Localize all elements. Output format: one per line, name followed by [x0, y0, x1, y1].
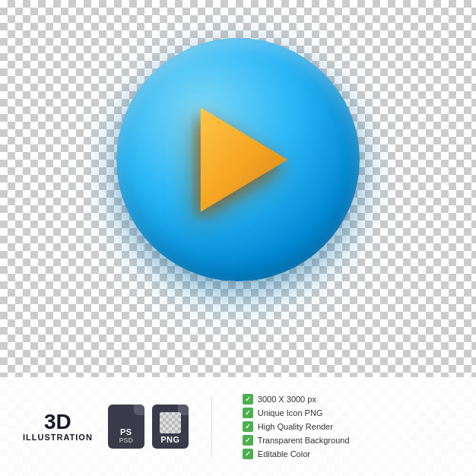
illustration-area [94, 15, 382, 304]
png-ext-label: PNG [160, 435, 179, 444]
features-list: 3000 X 3000 px Unique Icon PNG High Qual… [243, 394, 350, 459]
psd-ext-sub-label: PSD [119, 436, 134, 444]
feature-text-3: Transparent Background [258, 436, 350, 445]
feature-item-2: High Quality Render [243, 421, 350, 432]
section-divider [211, 396, 212, 457]
circle-button [116, 38, 360, 281]
label-3d-text: 3D [44, 411, 71, 433]
feature-text-0: 3000 X 3000 px [258, 395, 316, 404]
feature-text-1: Unique Icon PNG [258, 408, 323, 417]
feature-item-3: Transparent Background [243, 435, 350, 446]
file-format-icons: PS PSD PNG [108, 405, 189, 449]
psd-ext-label: PS [120, 427, 132, 436]
png-file-icon: PNG [152, 405, 189, 449]
psd-file-icon: PS PSD [108, 405, 144, 449]
svg-marker-0 [200, 107, 287, 211]
check-icon-4 [243, 449, 253, 459]
check-icon-1 [243, 408, 253, 418]
feature-item-4: Editable Color [243, 449, 350, 459]
check-icon-0 [243, 394, 253, 405]
feature-text-2: High Quality Render [258, 422, 333, 431]
check-icon-3 [243, 435, 253, 446]
play-triangle-shape [191, 99, 297, 221]
feature-item-0: 3000 X 3000 px [243, 394, 350, 405]
feature-text-4: Editable Color [258, 449, 310, 459]
check-icon-2 [243, 421, 253, 432]
info-section: 3D ILLUSTRATION PS PSD PNG 3000 X 3000 p… [0, 377, 476, 476]
play-button-container [191, 99, 297, 221]
feature-item-1: Unique Icon PNG [243, 408, 350, 418]
png-preview-checkered [160, 412, 181, 433]
label-illustration-text: ILLUSTRATION [23, 433, 93, 442]
label-3d-illustration: 3D ILLUSTRATION [23, 411, 93, 442]
play-svg [191, 99, 297, 221]
